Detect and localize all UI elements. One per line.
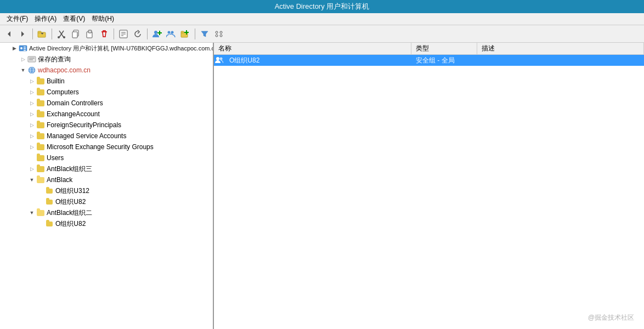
ad-root-icon [19, 44, 27, 53]
row-desc [477, 60, 644, 61]
new-user-button[interactable] [150, 27, 163, 41]
list-body[interactable]: O组织U82 安全组 - 全局 [214, 55, 644, 329]
row-name: O组织U82 [225, 55, 411, 66]
tree-managed-service[interactable]: ▷ Managed Service Accounts [0, 131, 213, 141]
menu-view[interactable]: 查看(V) [60, 13, 88, 25]
svg-rect-26 [28, 56, 36, 62]
svg-rect-24 [24, 48, 26, 49]
row-icon [214, 56, 225, 65]
col-name-label: 名称 [218, 44, 231, 53]
menu-action[interactable]: 操作(A) [31, 13, 60, 25]
tree-panel[interactable]: ▶ Active Directory 用户和计算机 [WIN-U76BKIQFG… [0, 43, 214, 329]
antblack-expander[interactable]: ▼ [27, 175, 36, 184]
antblack3-folder-icon [36, 164, 45, 173]
dc-expander[interactable]: ▷ [27, 99, 36, 107]
list-panel: 名称 类型 描述 [214, 43, 644, 329]
col-header-type[interactable]: 类型 [411, 43, 477, 54]
tree-antblack-o82[interactable]: O组织U82 [0, 196, 213, 207]
domain-icon [27, 66, 36, 75]
managed-expander[interactable]: ▷ [27, 132, 36, 140]
antblack2-expander[interactable]: ▼ [27, 208, 36, 217]
list-row[interactable]: O组织U82 安全组 - 全局 [214, 55, 644, 66]
menu-file[interactable]: 文件(F) [3, 13, 31, 25]
foreign-expander[interactable]: ▷ [27, 121, 36, 129]
forward-button[interactable] [16, 27, 30, 41]
new-group-button[interactable] [165, 27, 178, 41]
svg-rect-7 [88, 30, 92, 33]
tree-ms-exchange[interactable]: ▷ Microsoft Exchange Security Groups [0, 141, 213, 152]
col-desc-label: 描述 [482, 44, 495, 53]
tree-antblack2-o82[interactable]: O组织U82 [0, 218, 213, 229]
svg-rect-5 [72, 32, 77, 38]
svg-point-18 [220, 31, 222, 33]
foreign-label: ForeignSecurityPrincipals [47, 121, 121, 129]
folder-up-button[interactable] [36, 27, 49, 41]
col-header-name[interactable]: 名称 [214, 43, 411, 54]
antblack-o82-expander [36, 197, 45, 206]
svg-point-35 [220, 58, 223, 60]
copy-button[interactable] [69, 27, 82, 41]
antblack3-expander[interactable]: ▷ [27, 164, 36, 173]
sep4 [147, 29, 148, 39]
antblack-folder-icon [36, 175, 45, 184]
svg-point-34 [216, 57, 219, 60]
o312-label: O组织U312 [55, 186, 89, 196]
ms-exchange-expander[interactable]: ▷ [27, 143, 36, 151]
computers-expander[interactable]: ▷ [27, 88, 36, 97]
ms-exchange-label: Microsoft Exchange Security Groups [47, 143, 154, 151]
managed-folder-icon [36, 132, 45, 140]
tree-foreign-security[interactable]: ▷ ForeignSecurityPrincipals [0, 120, 213, 131]
builtin-expander[interactable]: ▷ [27, 77, 36, 86]
antblack-o82-folder-icon [45, 197, 54, 206]
watermark: @掘金技术社区 [588, 313, 634, 322]
cut-button[interactable] [55, 27, 68, 41]
antblack2-o82-folder-icon [45, 219, 54, 228]
tree-root-ad[interactable]: ▶ Active Directory 用户和计算机 [WIN-U76BKIQFG… [0, 43, 213, 54]
tree-builtin[interactable]: ▷ Builtin [0, 76, 213, 87]
dc-folder-icon [36, 99, 45, 107]
tree-domain-controllers[interactable]: ▷ Domain Controllers [0, 98, 213, 109]
svg-point-2 [58, 36, 60, 38]
toolbar [0, 25, 644, 43]
filter-options-button[interactable] [212, 27, 225, 41]
builtin-folder-icon [36, 77, 45, 86]
refresh-button[interactable] [131, 27, 144, 41]
tree-exchange-account[interactable]: ▷ ExchangeAccount [0, 109, 213, 120]
col-type-label: 类型 [416, 44, 429, 53]
sep5 [195, 29, 195, 39]
sep3 [114, 29, 114, 39]
tree-antblack-org3[interactable]: ▷ AntBlack组织三 [0, 163, 213, 174]
antblack-o82-label: O组织U82 [55, 197, 86, 207]
sep1 [32, 29, 33, 39]
filter-button[interactable] [198, 27, 211, 41]
o312-expander [36, 186, 45, 195]
dc-label: Domain Controllers [47, 99, 103, 107]
root-expander[interactable]: ▶ [10, 44, 19, 53]
tree-o312[interactable]: O组织U312 [0, 185, 213, 196]
tree-domain-root[interactable]: ▼ wdhacpoc.com.cn [0, 65, 213, 76]
tree-antblack[interactable]: ▼ AntBlack [0, 174, 213, 185]
col-header-desc[interactable]: 描述 [477, 43, 644, 54]
saved-search-label: 保存的查询 [38, 55, 71, 64]
svg-point-14 [171, 31, 174, 33]
delete-button[interactable] [98, 27, 111, 41]
row-type: 安全组 - 全局 [411, 55, 477, 66]
users-expander [27, 154, 36, 162]
back-button[interactable] [2, 27, 15, 41]
computers-label: Computers [47, 88, 79, 96]
paste-button[interactable] [83, 27, 97, 41]
title-text: Active Directory 用户和计算机 [275, 2, 370, 12]
antblack2-o82-label: O组织U82 [55, 219, 86, 229]
tree-saved-search[interactable]: ▷ 保存的查询 [0, 54, 213, 65]
new-ou-button[interactable] [179, 27, 192, 41]
properties-button[interactable] [117, 27, 130, 41]
tree-antblack-org2[interactable]: ▼ AntBlack组织二 [0, 207, 213, 218]
saved-expander[interactable]: ▷ [19, 55, 27, 64]
menu-help[interactable]: 帮助(H) [88, 13, 117, 25]
tree-computers[interactable]: ▷ Computers [0, 87, 213, 98]
svg-rect-25 [24, 50, 26, 51]
ms-exchange-folder-icon [36, 143, 45, 151]
tree-users[interactable]: Users [0, 152, 213, 163]
domain-expander[interactable]: ▼ [19, 66, 27, 75]
exchange-expander[interactable]: ▷ [27, 110, 36, 118]
